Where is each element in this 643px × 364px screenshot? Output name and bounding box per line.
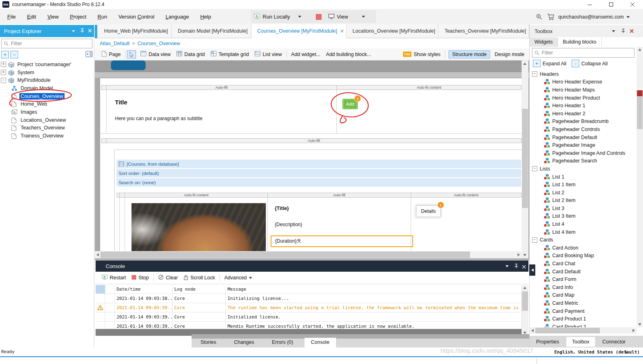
minimize-button[interactable] (584, 1, 596, 8)
title-parameter-widget[interactable]: {Title} (275, 206, 289, 211)
canvas-hscrollbar[interactable] (95, 251, 522, 258)
toolbox-item-card-product-1[interactable]: Card Product 1 (532, 315, 637, 323)
bottom-tab-console[interactable]: Console (305, 338, 336, 347)
panel-collapse-button[interactable] (529, 264, 535, 276)
collapse-all-button[interactable]: Collapse All (581, 61, 608, 67)
page-subtitle-widget[interactable]: Here you can put a paragraph as subtitle (115, 116, 203, 121)
bottom-tab-stories[interactable]: Stories (194, 338, 223, 347)
tree-item-trainess-overview[interactable]: Trainess_Overview (1, 132, 93, 140)
canvas-hscrollbar-thumb[interactable] (100, 252, 470, 258)
console-vscrollbar-thumb[interactable] (522, 291, 528, 311)
maximize-button[interactable] (605, 1, 617, 8)
toolbox-item-pageheader-controls[interactable]: Pageheader Controls (532, 125, 637, 133)
console-advanced-button[interactable]: Advanced (221, 275, 255, 281)
console-pin-icon[interactable] (514, 263, 519, 270)
toolbox-item-pageheader-image[interactable]: Pageheader Image (532, 141, 637, 149)
grid1-col1-header[interactable]: Auto-fill (106, 85, 337, 90)
grid2-col-header[interactable]: Auto-fill (106, 138, 522, 143)
tree-item-project-coursemanager-[interactable]: +Project 'coursemanager' (1, 60, 93, 69)
toolbox-menu-caret[interactable] (612, 30, 615, 32)
close-button[interactable] (626, 1, 639, 8)
select-cursor-button[interactable] (127, 50, 136, 58)
panel-tab-toolbox[interactable]: Toolbox (566, 337, 595, 347)
menu-version-control[interactable]: Version Control (113, 14, 160, 20)
tree-item-locations-overview[interactable]: Locations_Overview (1, 116, 93, 124)
tab-courses_overview[interactable]: Courses_Overview [MyFirstModule] (251, 24, 347, 38)
description-parameter-widget[interactable]: {Description} (275, 222, 302, 227)
console-menu-caret[interactable] (505, 265, 509, 267)
show-styles-button[interactable]: CSS Show styles (400, 52, 443, 57)
toolbox-item-card-chat[interactable]: Card Chat (532, 260, 637, 268)
toolbox-hscrollbar[interactable] (530, 327, 637, 334)
scroll-right-arrow[interactable] (518, 253, 520, 256)
toolbox-filter-input[interactable]: Filter (532, 48, 635, 58)
toolbox-scroll-down[interactable] (638, 323, 641, 326)
listview-search-row[interactable]: Search on: (none) (117, 178, 521, 187)
console-scroll-lock-button[interactable]: Scroll Lock (181, 275, 218, 281)
bottom-tab-errors-0-[interactable]: Errors (0) (265, 338, 300, 347)
expand-tree-button[interactable]: + (1, 51, 9, 58)
tree-expander[interactable]: + (1, 70, 6, 75)
menu-run[interactable]: Run (92, 14, 113, 20)
tab-close-icon[interactable] (340, 28, 344, 34)
collapse-tree-button[interactable]: − (10, 51, 18, 58)
tree-item-myfirstmodule[interactable]: −MyFirstModule (1, 76, 93, 84)
toolbox-item-list-2-item[interactable]: List 2 Item (532, 197, 637, 205)
canvas-vscrollbar-thumb[interactable] (522, 109, 528, 208)
toolbox-item-list-3[interactable]: List 3 (532, 204, 637, 212)
toolbar-data-view-button[interactable]: Data view (138, 51, 173, 58)
project-explorer-header[interactable]: Project Explorer (0, 25, 94, 37)
tree-item-teachers-overview[interactable]: Teachers_Overview (1, 124, 93, 132)
toolbox-item-pageheader-search[interactable]: Pageheader Search (532, 157, 637, 165)
toolbox-section-lists[interactable]: −Lists (532, 165, 637, 173)
toolbox-scroll-up[interactable] (638, 48, 641, 51)
clipped-header-widget[interactable] (111, 60, 146, 70)
tree-item-domain-model[interactable]: Domain Model (1, 84, 93, 92)
tab-locations_overview[interactable]: Locations_Overview [MyFirstModule] (347, 24, 438, 38)
pin-icon[interactable] (80, 28, 85, 35)
menu-view[interactable]: View (42, 14, 64, 20)
toolbox-item-hero-header-maps[interactable]: Hero Header Maps (532, 86, 637, 94)
canvas-vscrollbar[interactable] (522, 60, 528, 258)
grid3-gutter2-header[interactable] (119, 193, 125, 198)
design-mode-button[interactable]: Design mode (492, 52, 529, 57)
toolbox-vscrollbar[interactable] (637, 47, 643, 327)
console-stop-button[interactable]: Stop (129, 275, 152, 281)
toolbox-item-list-4[interactable]: List 4 (532, 220, 637, 228)
tree-expander[interactable]: + (1, 62, 6, 67)
console-clear-button[interactable]: Clear (155, 275, 181, 281)
run-dropdown-caret[interactable] (298, 16, 301, 18)
scroll-down-arrow[interactable] (523, 254, 526, 256)
page-title-widget[interactable]: Title (115, 99, 127, 106)
toolbox-item-card-map[interactable]: Card Map (532, 291, 637, 300)
menu-file[interactable]: File (2, 14, 21, 20)
bottom-tab-changes[interactable]: Changes (228, 338, 261, 347)
toolbox-item-list-3-item[interactable]: List 3 Item (532, 212, 637, 220)
console-vscrollbar[interactable] (522, 285, 528, 336)
toolbox-item-hero-header-1[interactable]: Hero Header 1 (532, 102, 637, 110)
section-expander[interactable]: − (532, 166, 537, 171)
menu-edit[interactable]: Edit (21, 14, 42, 20)
toolbox-item-card-info[interactable]: Card Info (532, 283, 637, 291)
toolbox-item-card-metric[interactable]: Card Metric (532, 299, 637, 307)
console-close-icon[interactable] (522, 264, 526, 270)
run-locally-button[interactable]: Run Locally (251, 10, 314, 23)
toolbox-item-pageheader-default[interactable]: Pageheader Default (532, 133, 637, 141)
toolbox-close-icon[interactable] (630, 29, 634, 34)
console-header[interactable]: Console (96, 260, 528, 272)
account-email[interactable]: qunchaoshao@transemic.com (558, 14, 624, 20)
cart-icon[interactable] (547, 13, 555, 22)
account-dropdown-caret[interactable] (626, 16, 630, 18)
toolbox-scroll-left[interactable] (531, 329, 534, 332)
toolbox-header[interactable]: Toolbox (530, 25, 643, 37)
grid3-col1-header[interactable]: Auto-fit content (125, 193, 268, 198)
support-search-icon[interactable] (536, 13, 543, 22)
toolbox-section-headers[interactable]: −Headers (532, 70, 637, 78)
toolbox-item-list-1-item[interactable]: List 1 Item (532, 181, 637, 189)
tab-home_web[interactable]: Home_Web [MyFirstModule] (98, 24, 172, 38)
toolbox-vscrollbar-thumb[interactable] (637, 97, 643, 129)
menu-language[interactable]: Language (160, 14, 195, 20)
toolbox-section-cards[interactable]: −Cards (532, 236, 637, 244)
toolbox-item-card-booking-map[interactable]: Card Booking Map (532, 252, 637, 260)
panel-menu-caret[interactable] (72, 30, 75, 32)
